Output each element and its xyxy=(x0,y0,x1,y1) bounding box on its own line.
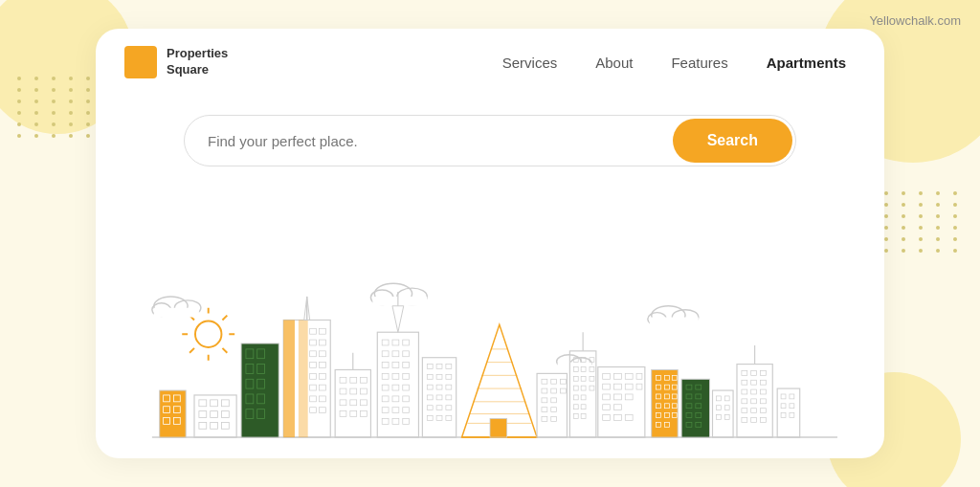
svg-rect-103 xyxy=(403,373,410,379)
svg-line-9 xyxy=(189,348,194,353)
svg-rect-128 xyxy=(446,395,452,400)
svg-rect-240 xyxy=(761,389,767,394)
svg-rect-166 xyxy=(581,376,586,381)
svg-rect-145 xyxy=(542,379,547,384)
svg-rect-81 xyxy=(350,388,357,394)
svg-rect-74 xyxy=(335,369,370,437)
svg-rect-73 xyxy=(319,408,325,413)
svg-rect-69 xyxy=(319,385,325,390)
svg-rect-88 xyxy=(361,411,368,417)
svg-rect-60 xyxy=(310,340,317,345)
svg-rect-59 xyxy=(319,328,325,334)
svg-rect-187 xyxy=(613,394,621,400)
svg-rect-165 xyxy=(573,376,578,381)
svg-rect-129 xyxy=(427,406,433,410)
svg-rect-124 xyxy=(436,385,442,389)
logo-area: Properties Square xyxy=(124,46,228,78)
svg-rect-51 xyxy=(211,422,218,429)
svg-rect-250 xyxy=(777,388,800,437)
svg-rect-148 xyxy=(542,388,547,393)
search-area: Search xyxy=(96,78,884,195)
svg-rect-100 xyxy=(403,363,410,368)
logo-icon xyxy=(124,46,157,78)
svg-rect-228 xyxy=(716,415,721,420)
svg-rect-105 xyxy=(392,385,399,390)
svg-rect-79 xyxy=(361,377,368,383)
svg-rect-192 xyxy=(613,415,621,421)
svg-rect-244 xyxy=(742,409,747,413)
svg-rect-82 xyxy=(361,388,368,394)
svg-rect-46 xyxy=(221,400,229,407)
nav-about[interactable]: About xyxy=(595,55,633,71)
svg-rect-227 xyxy=(724,406,729,410)
svg-rect-45 xyxy=(211,400,218,407)
svg-rect-71 xyxy=(319,396,325,402)
svg-rect-97 xyxy=(403,351,410,357)
svg-rect-234 xyxy=(761,370,767,375)
svg-rect-237 xyxy=(761,380,767,385)
svg-rect-238 xyxy=(742,389,747,394)
navbar: Properties Square Services About Feature… xyxy=(96,29,884,78)
svg-rect-132 xyxy=(427,416,433,421)
svg-rect-252 xyxy=(790,394,794,399)
svg-rect-87 xyxy=(350,411,357,417)
svg-rect-249 xyxy=(761,417,767,422)
svg-rect-99 xyxy=(392,363,399,368)
svg-rect-123 xyxy=(427,385,433,389)
svg-rect-83 xyxy=(340,400,346,406)
svg-rect-61 xyxy=(319,340,325,345)
svg-rect-248 xyxy=(751,417,757,422)
svg-rect-93 xyxy=(392,340,399,345)
svg-rect-229 xyxy=(724,415,729,420)
svg-rect-66 xyxy=(310,373,317,379)
svg-rect-146 xyxy=(551,379,557,384)
svg-rect-47 xyxy=(199,411,207,418)
search-box: Search xyxy=(184,115,796,166)
svg-rect-67 xyxy=(319,373,325,379)
svg-rect-77 xyxy=(340,377,346,383)
svg-rect-152 xyxy=(551,398,557,403)
nav-services[interactable]: Services xyxy=(502,55,558,71)
svg-rect-154 xyxy=(551,408,557,412)
svg-rect-225 xyxy=(724,396,729,401)
svg-rect-96 xyxy=(392,351,399,357)
svg-rect-52 xyxy=(221,422,229,429)
svg-rect-94 xyxy=(403,340,410,345)
svg-line-7 xyxy=(222,348,227,353)
svg-rect-130 xyxy=(436,406,442,410)
svg-rect-127 xyxy=(436,395,442,400)
nav-links: Services About Features Apartments xyxy=(502,55,846,71)
svg-rect-257 xyxy=(490,418,507,437)
nav-features[interactable]: Features xyxy=(671,55,727,71)
svg-rect-54 xyxy=(283,320,295,437)
svg-rect-224 xyxy=(716,396,721,401)
svg-rect-153 xyxy=(542,408,547,412)
svg-rect-101 xyxy=(382,373,389,379)
svg-rect-63 xyxy=(319,351,325,357)
svg-rect-246 xyxy=(761,409,767,413)
svg-rect-193 xyxy=(625,415,633,421)
main-card: Properties Square Services About Feature… xyxy=(96,29,884,458)
search-input[interactable] xyxy=(185,116,670,166)
svg-rect-236 xyxy=(751,380,757,385)
svg-rect-173 xyxy=(573,405,578,410)
svg-rect-116 xyxy=(422,358,456,437)
svg-rect-86 xyxy=(340,411,346,417)
svg-rect-179 xyxy=(613,373,621,379)
nav-apartments[interactable]: Apartments xyxy=(767,55,846,71)
svg-rect-180 xyxy=(625,373,633,379)
svg-rect-84 xyxy=(350,400,357,406)
search-button[interactable]: Search xyxy=(673,119,792,163)
svg-rect-181 xyxy=(636,373,642,379)
svg-rect-188 xyxy=(625,394,633,400)
svg-rect-172 xyxy=(581,395,586,400)
svg-rect-183 xyxy=(613,384,621,389)
svg-rect-133 xyxy=(436,416,442,421)
svg-rect-190 xyxy=(613,405,621,410)
svg-rect-95 xyxy=(382,351,389,357)
svg-rect-49 xyxy=(221,411,229,418)
svg-rect-151 xyxy=(542,398,547,403)
svg-marker-90 xyxy=(392,306,404,332)
svg-rect-184 xyxy=(625,384,633,389)
svg-rect-115 xyxy=(403,418,410,424)
